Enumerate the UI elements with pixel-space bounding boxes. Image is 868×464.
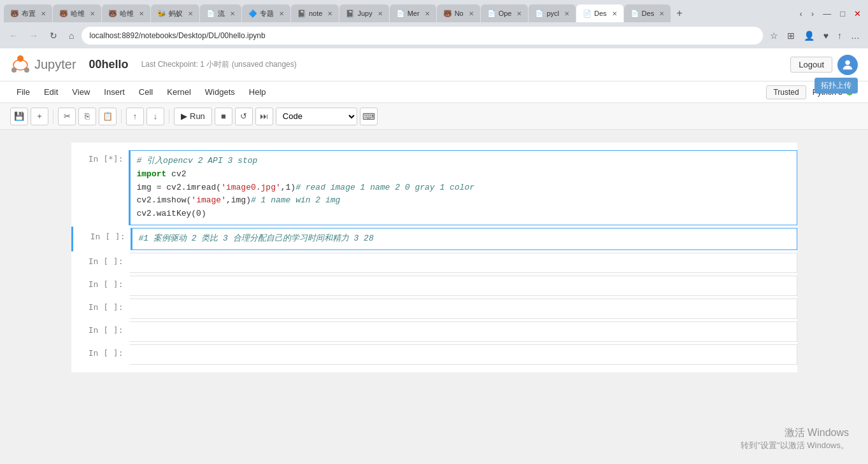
tab-item-8[interactable]: 📓 Jupy ✕: [339, 4, 388, 22]
forward-button[interactable]: →: [25, 28, 42, 43]
profile-button[interactable]: 👤: [800, 28, 818, 43]
cell-type-selector[interactable]: Code Markdown Raw NBConvert Heading: [276, 108, 357, 125]
tab-item-1[interactable]: 🐻 布置 ✕: [4, 4, 52, 22]
tab-scroll-left[interactable]: ‹: [796, 8, 805, 20]
cell-6[interactable]: In [ ]:: [71, 320, 797, 343]
tab-item-9[interactable]: 📄 Mer ✕: [390, 4, 436, 22]
tab-close-2[interactable]: ✕: [90, 10, 95, 17]
cell-5-content[interactable]: [129, 299, 797, 319]
toolbar-separator-2: [121, 109, 122, 123]
menu-file[interactable]: File: [10, 85, 36, 99]
cell-2-content[interactable]: #1 案例驱动 2 类比 3 合理分配自己的学习时间和精力 3 28: [131, 228, 797, 250]
menu-cell[interactable]: Cell: [132, 85, 159, 99]
restart-run-button[interactable]: ⏭: [255, 108, 273, 125]
menu-insert[interactable]: Insert: [97, 85, 131, 99]
bookmark-star-button[interactable]: ☆: [767, 28, 781, 43]
tab-close-8[interactable]: ✕: [378, 10, 383, 17]
tab-close-1[interactable]: ✕: [41, 10, 46, 17]
tab-item-12[interactable]: 📄 pycl ✕: [529, 4, 576, 22]
tab-item-3[interactable]: 🐻 哈维 ✕: [102, 4, 150, 22]
cell-6-content[interactable]: [129, 321, 797, 342]
cell-7-content[interactable]: [129, 344, 797, 365]
cell-1-code[interactable]: # 引入opencv 2 API 3 stop import cv2 img =…: [131, 151, 797, 225]
minimize-window[interactable]: —: [820, 8, 834, 20]
cell-5[interactable]: In [ ]:: [71, 297, 797, 320]
cell-4-code[interactable]: [131, 276, 797, 294]
tab-close-13[interactable]: ✕: [612, 10, 617, 17]
cell-2[interactable]: In [ ]: #1 案例驱动 2 类比 3 合理分配自己的学习时间和精力 3 …: [71, 227, 797, 251]
tab-favicon-10: 🐻: [443, 10, 452, 18]
trusted-button[interactable]: Trusted: [766, 85, 806, 99]
logout-button[interactable]: Logout: [790, 57, 832, 73]
tab-close-9[interactable]: ✕: [425, 10, 430, 17]
menu-help[interactable]: Help: [243, 85, 273, 99]
cell-3[interactable]: In [ ]:: [71, 251, 797, 274]
cell-5-code[interactable]: [131, 299, 797, 317]
cell-7-code[interactable]: [131, 345, 797, 363]
browser-toolbar-right: ☆ ⊞ 👤 ♥ ↑ …: [767, 28, 863, 43]
tab-close-3[interactable]: ✕: [139, 10, 144, 17]
cell-4[interactable]: In [ ]:: [71, 274, 797, 297]
tab-close-4[interactable]: ✕: [188, 10, 193, 17]
tab-close-5[interactable]: ✕: [230, 10, 235, 17]
tab-item-5[interactable]: 📄 流 ✕: [200, 4, 241, 22]
share-button[interactable]: ↑: [834, 28, 845, 43]
tab-scroll-right[interactable]: ›: [808, 8, 817, 20]
tab-item-14[interactable]: 📄 Des ✕: [624, 4, 671, 22]
menu-view[interactable]: View: [66, 85, 96, 99]
maximize-window[interactable]: □: [837, 8, 848, 20]
add-cell-button[interactable]: +: [31, 108, 48, 125]
tab-item-10[interactable]: 🐻 No ✕: [437, 4, 480, 22]
refresh-button[interactable]: ↻: [46, 28, 61, 43]
more-button[interactable]: …: [848, 28, 863, 43]
cell-2-code[interactable]: #1 案例驱动 2 类比 3 合理分配自己的学习时间和精力 3 28: [132, 228, 797, 250]
code-comment: # 1 name win 2 img: [251, 195, 340, 205]
tab-item-13[interactable]: 📄 Des ✕: [576, 4, 623, 22]
notebook-title[interactable]: 00hello: [89, 58, 129, 71]
tab-close-10[interactable]: ✕: [469, 10, 474, 17]
menu-widgets[interactable]: Widgets: [199, 85, 241, 99]
save-button[interactable]: 💾: [10, 108, 28, 125]
cell-5-label: In [ ]:: [71, 299, 129, 319]
copy-cell-button[interactable]: ⎘: [78, 108, 96, 125]
new-tab-button[interactable]: +: [671, 5, 687, 22]
tab-item-2[interactable]: 🐻 哈维 ✕: [53, 4, 101, 22]
favorites-button[interactable]: ♥: [820, 28, 832, 43]
run-button[interactable]: ▶ Run: [174, 108, 212, 125]
move-down-button[interactable]: ↓: [146, 108, 164, 125]
tab-close-6[interactable]: ✕: [279, 10, 284, 17]
tab-close-14[interactable]: ✕: [659, 10, 664, 17]
stop-button[interactable]: ■: [215, 108, 232, 125]
cell-3-content[interactable]: [129, 253, 797, 273]
close-window[interactable]: ✕: [851, 8, 864, 20]
code-plain: cv2.imshow(: [137, 195, 192, 205]
menu-kernel[interactable]: Kernel: [160, 85, 197, 99]
home-button[interactable]: ⌂: [65, 28, 78, 43]
move-up-button[interactable]: ↑: [126, 108, 144, 125]
cell-1-content[interactable]: # 引入opencv 2 API 3 stop import cv2 img =…: [129, 150, 797, 225]
cell-7[interactable]: In [ ]:: [71, 343, 797, 366]
cell-3-code[interactable]: [131, 253, 797, 271]
sidebar-toggle-button[interactable]: ⊞: [784, 28, 798, 43]
keyboard-shortcuts-button[interactable]: ⌨: [360, 108, 378, 125]
tab-close-7[interactable]: ✕: [327, 10, 332, 17]
user-tooltip: 拓扑上传: [815, 78, 858, 94]
address-input[interactable]: [82, 27, 762, 45]
back-button[interactable]: ←: [5, 28, 22, 43]
restart-button[interactable]: ↺: [235, 108, 253, 125]
windows-watermark: 激活 Windows 转到"设置"以激活 Windows。: [741, 426, 849, 448]
tab-item-4[interactable]: 🐝 蚂蚁 ✕: [151, 4, 199, 22]
cell-6-code[interactable]: [131, 322, 797, 340]
menu-edit[interactable]: Edit: [38, 85, 64, 99]
tab-close-11[interactable]: ✕: [516, 10, 522, 17]
cell-4-content[interactable]: [129, 276, 797, 296]
paste-cell-button[interactable]: 📋: [99, 108, 117, 125]
cell-1[interactable]: In [*]: # 引入opencv 2 API 3 stop import c…: [71, 149, 797, 227]
tab-close-12[interactable]: ✕: [564, 10, 569, 17]
user-avatar[interactable]: [837, 55, 858, 75]
tab-item-11[interactable]: 📄 Ope ✕: [481, 4, 529, 22]
tab-item-6[interactable]: 🔷 专题 ✕: [242, 4, 290, 22]
tab-item-7[interactable]: 📓 note ✕: [291, 4, 339, 22]
cut-cell-button[interactable]: ✂: [58, 108, 76, 125]
code-plain: ,1): [281, 183, 295, 192]
